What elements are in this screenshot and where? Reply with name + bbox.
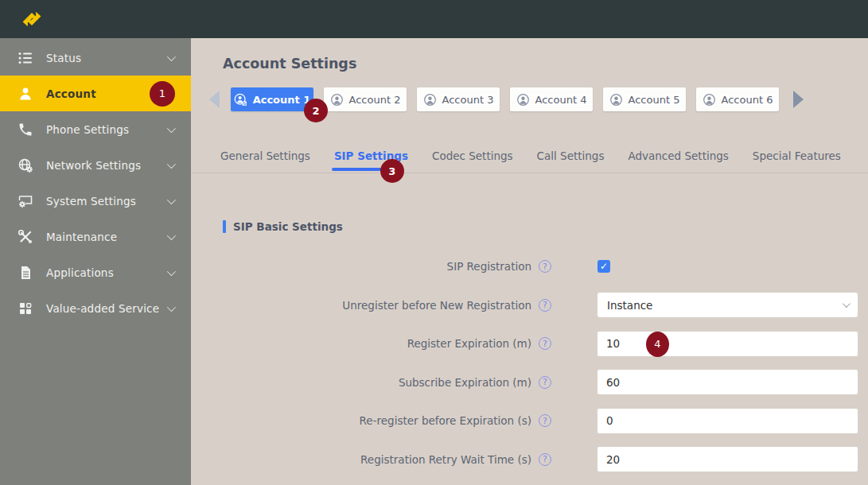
sidebar-item-account[interactable]: Account 1	[0, 76, 191, 111]
settings-tab-label: Advanced Settings	[628, 149, 728, 162]
account-tab-label: Account 4	[535, 94, 587, 106]
help-icon[interactable]: ?	[539, 260, 551, 273]
callout-badge-2: 2	[304, 99, 328, 122]
settings-tab-label: Codec Settings	[432, 149, 513, 162]
brand-logo-icon	[19, 6, 45, 32]
sip-basic-settings-form: SIP Registration ? ✓ Unregister before N…	[191, 247, 868, 479]
person-circle-edit-icon	[234, 93, 247, 107]
field-label: Re-register before Expiration (s)	[191, 414, 531, 427]
chevron-down-icon	[167, 195, 176, 204]
account-tab-label: Account 1	[253, 94, 311, 106]
tab-special-features[interactable]: Special Features	[753, 149, 841, 162]
sip-registration-checkbox[interactable]: ✓	[597, 260, 610, 273]
form-row-reregister-before-expiration: Re-register before Expiration (s) ?	[191, 402, 868, 440]
sidebar-item-phone-settings[interactable]: Phone Settings	[0, 111, 191, 147]
tab-account-2[interactable]: Account 2	[324, 87, 407, 111]
person-circle-icon	[423, 93, 437, 107]
document-icon	[18, 265, 33, 281]
reregister-before-expiration-input[interactable]	[597, 409, 858, 433]
field-label: SIP Registration	[191, 260, 531, 273]
page-title: Account Settings	[223, 56, 868, 72]
sidebar-item-network-settings[interactable]: Network Settings	[0, 147, 191, 183]
sidebar-item-applications[interactable]: Applications	[0, 254, 191, 290]
settings-tab-bar: General Settings SIP Settings 3 Codec Se…	[191, 149, 868, 173]
sidebar-item-label: Maintenance	[46, 231, 117, 243]
chevron-down-icon	[167, 231, 176, 239]
tab-sip-settings[interactable]: SIP Settings 3	[334, 149, 408, 162]
callout-badge-1: 1	[150, 81, 175, 107]
top-bar	[0, 0, 868, 38]
field-label: Unregister before New Registration	[191, 299, 531, 312]
help-icon[interactable]: ?	[539, 299, 551, 312]
tab-account-1[interactable]: Account 1 2	[231, 87, 313, 111]
chevron-down-icon	[167, 302, 176, 311]
status-list-icon	[18, 50, 33, 66]
sidebar-item-label: Account	[46, 87, 96, 100]
subscribe-expiration-input[interactable]	[597, 370, 858, 394]
help-icon[interactable]: ?	[539, 376, 551, 389]
register-expiration-input[interactable]	[597, 332, 858, 356]
tab-call-settings[interactable]: Call Settings	[537, 149, 605, 162]
account-tab-label: Account 6	[722, 94, 773, 106]
phone-icon	[18, 122, 33, 138]
person-circle-icon	[703, 93, 716, 107]
sidebar-item-system-settings[interactable]: System Settings	[0, 183, 191, 219]
form-row-sip-registration: SIP Registration ? ✓	[191, 247, 868, 286]
section-accent-bar	[223, 220, 226, 233]
chevron-down-icon	[167, 159, 176, 168]
tab-account-4[interactable]: Account 4	[510, 87, 593, 111]
account-tab-label: Account 2	[349, 94, 401, 106]
grid-icon	[18, 301, 33, 316]
section-title: SIP Basic Settings	[233, 220, 343, 233]
registration-retry-wait-time-input[interactable]	[597, 447, 858, 471]
select-value: Instance	[607, 299, 652, 312]
tab-account-3[interactable]: Account 3	[417, 87, 500, 111]
sidebar: Status Account 1 Phone Settings	[0, 38, 191, 485]
globe-gear-icon	[18, 157, 33, 173]
sidebar-item-status[interactable]: Status	[0, 40, 191, 76]
sidebar-item-label: System Settings	[46, 195, 136, 208]
sidebar-item-label: Phone Settings	[46, 123, 129, 136]
form-row-subscribe-expiration: Subscribe Expiration (m) ?	[191, 363, 868, 402]
person-circle-icon	[516, 93, 530, 107]
form-row-unregister-before-new-registration: Unregister before New Registration ? Ins…	[191, 286, 868, 325]
sidebar-item-label: Value-added Service	[46, 302, 159, 315]
form-row-register-expiration: Register Expiration (m) ? 4	[191, 324, 868, 363]
chevron-down-icon	[167, 52, 176, 60]
account-tab-bar: Account 1 2 Account 2 Account 3	[191, 87, 868, 111]
callout-badge-4: 4	[646, 332, 669, 357]
account-tab-label: Account 5	[629, 94, 680, 106]
scroll-right-icon[interactable]	[793, 91, 804, 108]
person-circle-icon	[330, 93, 344, 107]
active-tab-underline	[332, 168, 387, 171]
account-tab-label: Account 3	[442, 94, 494, 106]
help-icon[interactable]: ?	[539, 414, 551, 427]
chevron-down-icon	[843, 300, 850, 308]
tab-codec-settings[interactable]: Codec Settings	[432, 149, 513, 162]
form-row-registration-retry-wait-time: Registration Retry Wait Time (s) ?	[191, 440, 868, 479]
unregister-mode-select[interactable]: Instance	[597, 293, 858, 317]
settings-tab-label: General Settings	[220, 149, 310, 162]
sidebar-item-label: Status	[46, 52, 81, 64]
person-circle-icon	[609, 93, 623, 107]
settings-tab-label: Special Features	[753, 149, 841, 162]
tab-general-settings[interactable]: General Settings	[220, 149, 310, 162]
scroll-left-icon[interactable]	[209, 91, 220, 108]
main-content: Account Settings Account 1 2 Account 2	[191, 38, 868, 485]
tab-advanced-settings[interactable]: Advanced Settings	[628, 149, 728, 162]
field-label: Subscribe Expiration (m)	[191, 376, 531, 389]
chevron-down-icon	[167, 266, 176, 275]
monitor-gear-icon	[18, 193, 33, 209]
help-icon[interactable]: ?	[539, 337, 551, 350]
tab-account-6[interactable]: Account 6	[696, 87, 779, 111]
sidebar-item-label: Network Settings	[46, 159, 141, 172]
chevron-down-icon	[167, 123, 176, 132]
help-icon[interactable]: ?	[539, 453, 551, 466]
tools-icon	[18, 229, 33, 245]
callout-badge-3: 3	[380, 159, 404, 183]
person-icon	[18, 86, 33, 102]
tab-account-5[interactable]: Account 5	[603, 87, 686, 111]
field-label: Register Expiration (m)	[191, 337, 531, 350]
sidebar-item-maintenance[interactable]: Maintenance	[0, 219, 191, 254]
sidebar-item-value-added-service[interactable]: Value-added Service	[0, 290, 191, 326]
